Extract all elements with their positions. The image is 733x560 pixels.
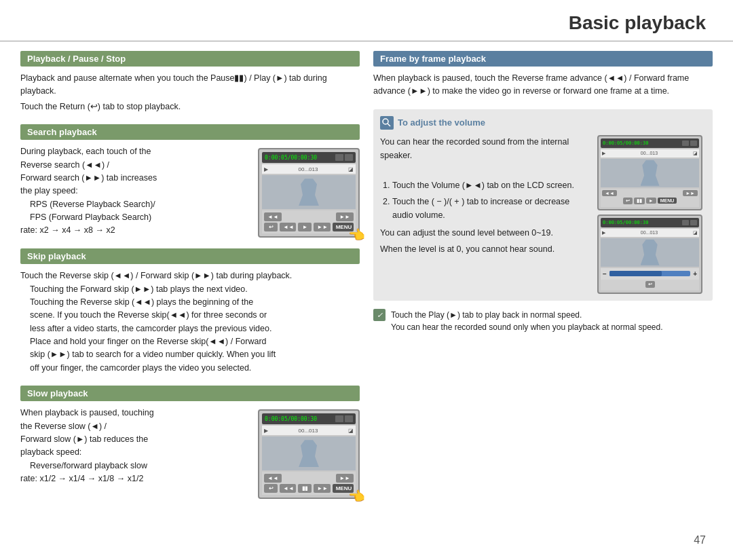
frame-by-frame-body: When playback is paused, touch the Rever…: [373, 72, 713, 98]
vol-icon-2: [690, 141, 697, 146]
slow-playback-header: Slow playback: [20, 386, 360, 401]
svg-line-1: [388, 124, 390, 126]
vol-ctrl-row-1b: ↩ ▮▮ ► MENU: [602, 198, 698, 204]
ctrl-play: ►: [298, 223, 312, 231]
vol-btn-rew: ◄◄: [602, 190, 617, 196]
ctrl-return: ↩: [264, 223, 278, 231]
section-playback-pause-stop: Playback / Pause / Stop Playback and pau…: [20, 51, 360, 113]
slow-icon-box-1: [335, 415, 343, 422]
device-top-bar: 0:00:05/00:00:30: [262, 152, 356, 163]
slow-ctrl-row-1: ◄◄ ►►: [264, 474, 354, 483]
search-volume-icon-svg: [382, 118, 392, 128]
vol-device-1-info: ▶ 00...013 ◪: [601, 149, 699, 157]
volume-screens: 0:00:05/00:00:30 ▶ 00...013 ◪: [597, 135, 706, 294]
vol-device-2-info: ▶ 00...013 ◪: [601, 229, 699, 237]
slow-device-mockup: 0:00:05/00:00:30 ▶ 00...013 ◪: [258, 409, 360, 499]
slow-device-info-row: ▶ 00...013 ◪: [262, 426, 356, 435]
slow-device-video-area: [262, 436, 356, 470]
icon-box-1: [335, 154, 343, 161]
slow-device-top-bar: 0:00:05/00:00:30: [262, 413, 356, 424]
slow-device-controls: ◄◄ ►► ↩ ◄◄ ▮▮ ►► MENU: [262, 472, 356, 495]
volume-steps: Touch the Volume (►◄) tab on the LCD scr…: [380, 179, 589, 222]
vol-device-1-icons: [682, 141, 697, 146]
vol-device-2-video: [601, 238, 699, 267]
slow-video-figure: [299, 440, 319, 467]
vol-device-2-top: 0:00:05/00:00:30: [601, 218, 699, 227]
vol-device-2: 0:00:05/00:00:30 ▶ 00...013 ◪: [597, 214, 702, 294]
left-column: Playback / Pause / Stop Playback and pau…: [20, 51, 360, 510]
page-title: Basic playback: [0, 0, 733, 41]
frame-by-frame-header: Frame by frame playback: [373, 51, 713, 67]
search-device-mockup: 0:00:05/00:00:30 ▶ 00...013 ◪: [258, 148, 360, 238]
slow-device-timer: 0:00:05/00:00:30: [265, 416, 317, 422]
device-icons: [335, 154, 353, 161]
vol-device-1: 0:00:05/00:00:30 ▶ 00...013 ◪: [597, 135, 702, 210]
vol-icon-1: [682, 141, 689, 146]
vol2-btn-return: ↩: [645, 281, 655, 288]
slow-device-icons: [335, 415, 353, 422]
ctrl-fwd2: ►►: [314, 223, 330, 231]
section-slow-playback: Slow playback When playback is paused, t…: [20, 386, 360, 499]
slow-ctrl-rew2: ◄◄: [280, 484, 296, 493]
ctrl-rew: ◄◄: [264, 212, 282, 221]
skip-playback-header: Skip playback: [20, 248, 360, 264]
note-icon: ✓: [373, 309, 386, 321]
device-screen-slow: 0:00:05/00:00:30 ▶ 00...013 ◪: [258, 409, 360, 499]
slow-ctrl-rew: ◄◄: [264, 474, 282, 483]
vol-device-2-controls: ↩: [601, 280, 699, 291]
vol-figure-2: [641, 240, 660, 265]
volume-icon: [380, 116, 394, 130]
note-section: ✓ Touch the Play (►) tab to play back in…: [373, 309, 713, 333]
section-search-playback: Search playback During playback, each to…: [20, 124, 360, 238]
section-skip-playback: Skip playback Touch the Reverse skip (◄◄…: [20, 248, 360, 375]
vol-ctrl-row-2a: ↩: [602, 281, 698, 288]
slow-ctrl-return: ↩: [264, 484, 278, 493]
search-playback-text: During playback, each touch of the Rever…: [20, 145, 251, 238]
vol-figure-1: [641, 160, 660, 186]
vol-slider-fill: [609, 271, 662, 276]
vol-minus: −: [603, 270, 607, 278]
section-adjust-volume: To adjust the volume You can hear the re…: [373, 109, 713, 301]
slow-playback-inner: When playback is paused, touching the Re…: [20, 407, 360, 499]
slow-playback-text: When playback is paused, touching the Re…: [20, 407, 251, 485]
page-number: 47: [694, 534, 706, 546]
svg-point-0: [383, 119, 388, 124]
slow-ctrl-fwd: ►►: [336, 474, 354, 483]
icon-box-2: [345, 154, 353, 161]
playback-pause-stop-header: Playback / Pause / Stop: [20, 51, 360, 67]
volume-inner: You can hear the recorded sound from the…: [380, 135, 706, 294]
vol2-icon-1: [682, 220, 689, 225]
device-controls: ◄◄ ►► ↩ ◄◄ ► ►► MENU: [262, 210, 356, 234]
vol-btn-menu: MENU: [658, 198, 677, 204]
vol-device-1-top: 0:00:05/00:00:30: [601, 138, 699, 148]
device-screen-search: 0:00:05/00:00:30 ▶ 00...013 ◪: [258, 148, 360, 238]
skip-playback-body: Touch the Reverse skip (◄◄) / Forward sk…: [20, 269, 360, 375]
ctrl-fwd: ►►: [336, 212, 354, 221]
slow-icon-box-2: [345, 415, 353, 422]
vol-slider-bar: [609, 271, 690, 276]
ctrl-row-2: ↩ ◄◄ ► ►► MENU: [264, 223, 354, 231]
slow-ctrl-row-2: ↩ ◄◄ ▮▮ ►► MENU: [264, 484, 354, 493]
vol-btn-pause: ▮▮: [634, 198, 645, 204]
vol-slider-area: − +: [601, 268, 699, 280]
vol-device-2-icons: [682, 220, 697, 225]
vol-btn-fwd: ►►: [683, 190, 698, 196]
playback-pause-stop-body: Playback and pause alternate when you to…: [20, 72, 360, 113]
volume-title: To adjust the volume: [398, 117, 485, 128]
volume-header: To adjust the volume: [380, 116, 706, 130]
volume-step-2: Touch the ( − )/( + ) tab to increase or…: [392, 195, 589, 222]
volume-text: You can hear the recorded sound from the…: [380, 135, 589, 294]
search-playback-inner: During playback, each touch of the Rever…: [20, 145, 360, 238]
device-info-row: ▶ 00...013 ◪: [262, 164, 356, 174]
ctrl-row-1: ◄◄ ►►: [264, 212, 354, 221]
device-timer: 0:00:05/00:00:30: [265, 155, 317, 161]
volume-step-1: Touch the Volume (►◄) tab on the LCD scr…: [392, 179, 589, 192]
device-video-area: [262, 175, 356, 209]
vol2-icon-2: [690, 220, 697, 225]
vol-device-1-video: [601, 159, 699, 187]
vol-btn-play: ►: [646, 198, 656, 204]
vol-btn-return: ↩: [623, 198, 633, 204]
hand-pointer-icon-slow: 👈: [348, 488, 365, 504]
vol-device-1-controls: ◄◄ ►► ↩ ▮▮ ► MENU: [601, 189, 699, 207]
hand-pointer-icon: 👈: [348, 227, 365, 243]
